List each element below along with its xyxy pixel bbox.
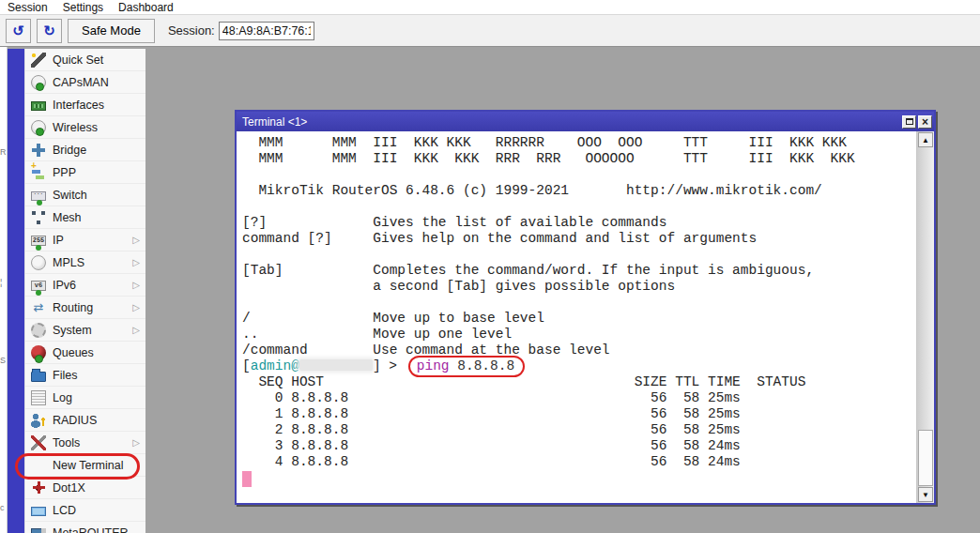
sidebar-item-label: Switch — [53, 189, 87, 202]
submenu-arrow-icon: ▷ — [132, 280, 140, 290]
sidebar-item-wireless[interactable]: Wireless — [25, 116, 145, 139]
wireless-icon — [31, 120, 46, 135]
terminal-cursor — [242, 471, 252, 487]
sidebar-item-label: LCD — [53, 504, 76, 517]
prompt-user: admin@ — [251, 358, 299, 373]
bridge-icon — [31, 143, 46, 158]
sidebar-item-capsman[interactable]: CAPsMAN — [25, 71, 145, 94]
sidebar-item-label: MPLS — [53, 256, 84, 269]
sidebar-item-label: Dot1X — [53, 481, 85, 495]
close-button[interactable]: × — [918, 115, 932, 129]
background-window-fragment: ¦ — [0, 279, 2, 287]
terminal-banner-and-help: MMM MMM III KKK KKK RRRRRR OOO OOO TTT I… — [242, 135, 916, 358]
sidebar-item-new-terminal[interactable]: New Terminal — [25, 454, 145, 477]
sidebar-item-ppp[interactable]: PPP — [25, 161, 145, 184]
routing-icon — [31, 300, 46, 315]
redo-icon: ↻ — [43, 23, 55, 39]
capsman-icon — [31, 75, 46, 90]
sidebar-item-label: Quick Set — [53, 53, 103, 67]
terminal-titlebar[interactable]: Terminal <1> × — [237, 112, 934, 131]
sidebar-item-system[interactable]: System▷ — [25, 319, 145, 342]
lcd-icon — [31, 507, 46, 516]
sidebar-item-tools[interactable]: Tools▷ — [25, 432, 145, 454]
ip-icon — [31, 236, 46, 246]
sidebar-item-mpls[interactable]: MPLS▷ — [25, 251, 145, 274]
submenu-arrow-icon: ▷ — [132, 437, 140, 448]
terminal-scrollbar[interactable]: ▲ ▼ — [916, 131, 934, 503]
sidebar-menu: Quick SetCAPsMANInterfacesWirelessBridge… — [24, 49, 145, 533]
sidebar-item-log[interactable]: Log — [25, 387, 145, 409]
submenu-arrow-icon: ▷ — [132, 257, 140, 267]
sidebar-item-switch[interactable]: Switch — [25, 184, 145, 206]
undo-button[interactable]: ↺ — [6, 19, 31, 43]
scroll-up-button[interactable]: ▲ — [918, 132, 933, 147]
ppp-icon — [31, 165, 46, 180]
sidebar-item-label: New Terminal — [53, 459, 124, 472]
background-window-edge: R¦Sc — [0, 47, 8, 533]
sidebar-item-label: Bridge — [53, 144, 86, 157]
menu-dashboard[interactable]: Dashboard — [111, 1, 181, 14]
sidebar-item-label: Interfaces — [53, 99, 104, 112]
sidebar-item-metarouter[interactable]: MetaROUTER — [25, 522, 145, 533]
sidebar-item-ip[interactable]: IP▷ — [25, 229, 145, 251]
session-input[interactable] — [219, 22, 314, 40]
sidebar-item-label: IP — [53, 234, 64, 247]
files-folder-icon — [31, 372, 46, 382]
submenu-arrow-icon: ▷ — [132, 325, 140, 335]
sidebar-item-label: Queues — [53, 346, 94, 359]
sidebar-item-files[interactable]: Files — [25, 364, 145, 387]
interfaces-icon — [31, 101, 46, 111]
safe-mode-button[interactable]: Safe Mode — [68, 19, 155, 43]
sidebar-item-label: System — [53, 324, 92, 337]
sidebar-item-lcd[interactable]: LCD — [25, 499, 145, 522]
sidebar-item-queues[interactable]: Queues — [25, 342, 145, 364]
sidebar-item-label: RADIUS — [53, 414, 97, 427]
submenu-arrow-icon: ▷ — [132, 302, 140, 312]
sidebar-item-label: Tools — [53, 436, 80, 449]
toolbar: ↺ ↻ Safe Mode Session: — [0, 15, 980, 47]
terminal-icon — [31, 458, 46, 473]
menu-settings[interactable]: Settings — [55, 1, 111, 14]
sidebar-item-label: CAPsMAN — [53, 76, 109, 89]
system-gear-icon — [31, 323, 46, 338]
sidebar-item-ipv6[interactable]: IPv6▷ — [25, 274, 145, 297]
dot1x-icon — [31, 480, 46, 495]
sidebar-item-label: Mesh — [53, 211, 82, 224]
sidebar-item-bridge[interactable]: Bridge — [25, 139, 145, 161]
sidebar-item-dot1x[interactable]: Dot1X — [25, 477, 145, 499]
sidebar-item-label: IPv6 — [53, 279, 76, 292]
prompt-bracket: [ — [242, 358, 251, 373]
redo-button[interactable]: ↻ — [37, 19, 62, 43]
close-icon: × — [922, 117, 928, 127]
sidebar-item-label: Wireless — [53, 121, 98, 134]
maximize-button[interactable] — [902, 115, 916, 129]
sidebar-item-label: Routing — [53, 301, 93, 314]
scroll-down-button[interactable]: ▼ — [918, 487, 933, 502]
scroll-down-icon: ▼ — [922, 491, 929, 499]
tools-icon — [31, 435, 46, 450]
mesh-icon — [31, 210, 46, 225]
sidebar-item-label: PPP — [53, 166, 76, 179]
scroll-thumb[interactable] — [918, 430, 933, 486]
scroll-up-icon: ▲ — [922, 136, 929, 145]
sidebar-blue-strip — [8, 49, 24, 533]
prompt-command: ping — [417, 358, 450, 373]
terminal-body[interactable]: MMM MMM III KKK KKK RRRRRR OOO OOO TTT I… — [237, 131, 916, 503]
submenu-arrow-icon: ▷ — [132, 235, 140, 245]
sidebar-item-quick-set[interactable]: Quick Set — [25, 49, 145, 71]
background-window-fragment: R — [0, 148, 7, 157]
sidebar-item-routing[interactable]: Routing▷ — [25, 297, 145, 319]
switch-icon — [31, 191, 46, 201]
sidebar-item-mesh[interactable]: Mesh — [25, 206, 145, 229]
radius-icon — [31, 413, 46, 428]
redacted-hostname — [299, 359, 373, 371]
log-icon — [31, 390, 46, 405]
sidebar-item-interfaces[interactable]: Interfaces — [25, 94, 145, 116]
wand-icon — [31, 53, 46, 68]
terminal-window: Terminal <1> × MMM MMM III KKK KKK RRRRR… — [235, 110, 936, 505]
menu-session[interactable]: Session — [0, 1, 55, 14]
sidebar-item-radius[interactable]: RADIUS — [25, 409, 145, 432]
session-label: Session: — [168, 23, 215, 38]
ipv6-icon — [31, 281, 46, 291]
terminal-prompt: [admin@] > ping 8.8.8.8 — [242, 358, 916, 374]
